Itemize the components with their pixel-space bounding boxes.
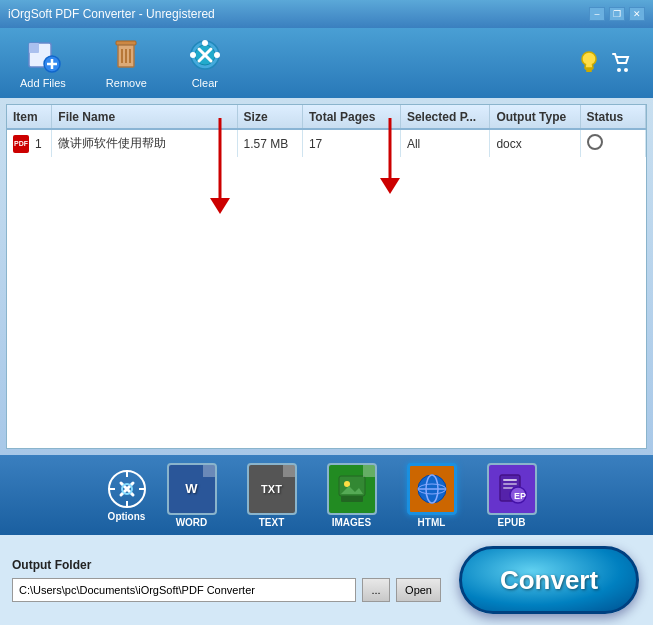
col-size: Size [237, 105, 302, 129]
cell-status [580, 129, 645, 157]
html-format-icon [407, 463, 457, 515]
col-filename: File Name [52, 105, 237, 129]
pdf-icon: PDF [13, 135, 29, 153]
col-item: Item [7, 105, 52, 129]
bottom-area: Output Folder ... Open Convert [0, 535, 653, 625]
options-button[interactable]: Options [107, 469, 147, 522]
remove-button[interactable]: Remove [106, 37, 147, 89]
format-epub-button[interactable]: EP EPUB [477, 463, 547, 528]
images-format-label: IMAGES [332, 517, 371, 528]
add-files-label: Add Files [20, 77, 66, 89]
register-icon[interactable] [577, 50, 601, 77]
col-outputtype: Output Type [490, 105, 580, 129]
cell-size: 1.57 MB [237, 129, 302, 157]
format-html-button[interactable]: HTML [397, 463, 467, 528]
output-path-input[interactable] [12, 578, 356, 602]
cell-totalpages: 17 [302, 129, 400, 157]
file-section: Item File Name Size Total Pages Selected… [0, 98, 653, 455]
cart-icon[interactable] [609, 50, 633, 77]
text-format-label: TEXT [259, 517, 285, 528]
file-list-table: Item File Name Size Total Pages Selected… [6, 104, 647, 449]
main-content: Item File Name Size Total Pages Selected… [0, 98, 653, 625]
clear-label: Clear [192, 77, 218, 89]
cell-selectedpages: All [400, 129, 489, 157]
remove-label: Remove [106, 77, 147, 89]
clear-icon [187, 37, 223, 73]
svg-text:EP: EP [514, 491, 526, 501]
remove-icon [108, 37, 144, 73]
open-button[interactable]: Open [396, 578, 441, 602]
cell-item: PDF 1 [7, 129, 52, 157]
images-format-icon [327, 463, 377, 515]
options-label: Options [108, 511, 146, 522]
output-folder-label: Output Folder [12, 558, 441, 572]
svg-rect-42 [503, 487, 513, 489]
add-files-icon [25, 37, 61, 73]
toolbar: Add Files Remove Clear [0, 28, 653, 98]
title-bar: iOrgSoft PDF Converter - Unregistered – … [0, 0, 653, 28]
svg-point-19 [617, 68, 621, 72]
title-bar-controls: – ❐ ✕ [589, 7, 645, 21]
col-totalpages: Total Pages [302, 105, 400, 129]
format-text-button[interactable]: TXT TEXT [237, 463, 307, 528]
svg-rect-40 [503, 479, 517, 481]
svg-point-16 [190, 52, 196, 58]
svg-rect-1 [29, 43, 39, 53]
cell-filename: 微讲师软件使用帮助 [52, 129, 237, 157]
svg-point-20 [624, 68, 628, 72]
word-format-icon: W [167, 463, 217, 515]
svg-rect-17 [585, 68, 593, 70]
restore-button[interactable]: ❐ [609, 7, 625, 21]
format-images-button[interactable]: IMAGES [317, 463, 387, 528]
epub-format-icon: EP [487, 463, 537, 515]
table-row[interactable]: PDF 1 微讲师软件使用帮助 1.57 MB 17 All docx [7, 129, 646, 157]
html-format-label: HTML [418, 517, 446, 528]
format-bar: Options W WORD TXT TEXT [0, 455, 653, 535]
minimize-button[interactable]: – [589, 7, 605, 21]
clear-button[interactable]: Clear [187, 37, 223, 89]
svg-rect-41 [503, 483, 517, 485]
svg-marker-24 [380, 178, 400, 194]
title-bar-text: iOrgSoft PDF Converter - Unregistered [8, 7, 215, 21]
col-selectedp: Selected P... [400, 105, 489, 129]
text-format-icon: TXT [247, 463, 297, 515]
svg-point-14 [202, 40, 208, 46]
convert-button[interactable]: Convert [459, 546, 639, 614]
output-row: ... Open [12, 578, 441, 602]
svg-rect-32 [341, 496, 363, 502]
word-format-label: WORD [176, 517, 208, 528]
col-status: Status [580, 105, 645, 129]
epub-format-label: EPUB [498, 517, 526, 528]
format-word-button[interactable]: W WORD [157, 463, 227, 528]
status-clock-icon [587, 134, 603, 150]
browse-button[interactable]: ... [362, 578, 390, 602]
svg-marker-22 [210, 198, 230, 214]
close-button[interactable]: ✕ [629, 7, 645, 21]
svg-point-15 [214, 52, 220, 58]
cell-outputtype: docx [490, 129, 580, 157]
add-files-button[interactable]: Add Files [20, 37, 66, 89]
svg-rect-18 [586, 70, 592, 72]
